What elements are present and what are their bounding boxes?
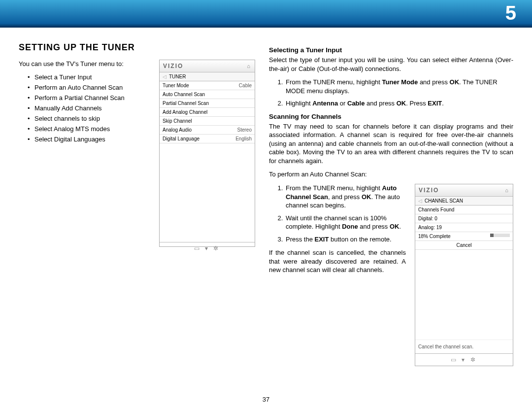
paragraph: The TV may need to scan for channels bef…	[269, 122, 513, 166]
list-item: Select channels to skip	[28, 115, 149, 122]
list-item: Perform a Partial Channel Scan	[28, 94, 149, 102]
list-item: Highlight Antenna or Cable and press OK.…	[285, 99, 513, 108]
tuner-menu-screenshot: VIZIO ⌂ ◁ TUNER Tuner ModeCable Auto Cha…	[159, 60, 255, 247]
row-label: Add Analog Channel	[163, 109, 207, 115]
brand-logo: VIZIO	[163, 63, 183, 69]
right-column: Selecting a Tuner Input Select the type …	[269, 42, 513, 366]
list-item: Manually Add Channels	[28, 104, 149, 112]
subsection-heading: Scanning for Channels	[269, 113, 513, 120]
hint-text: Cancel the channel scan.	[415, 340, 513, 353]
list-item: From the TUNER menu, highlight Tuner Mod…	[285, 78, 513, 95]
row-label: Analog: 19	[418, 225, 442, 230]
row-label: Digital: 0	[418, 216, 437, 221]
row-label: Auto Channel Scan	[163, 92, 205, 97]
list-item: Wait until the channel scan is 100% comp…	[285, 214, 406, 231]
paragraph: To perform an Auto Channel Scan:	[269, 170, 513, 179]
selecting-input-steps: From the TUNER menu, highlight Tuner Mod…	[285, 78, 513, 108]
cancel-row: Cancel	[415, 241, 513, 250]
home-icon: ⌂	[505, 187, 509, 193]
row-value: Stereo	[237, 127, 252, 133]
row-label: Tuner Mode	[163, 83, 189, 88]
page-number: 37	[0, 396, 532, 403]
row-value: Cable	[239, 83, 252, 88]
back-icon: ◁	[163, 74, 166, 79]
list-item: Press the EXIT button on the remote.	[285, 235, 406, 244]
footer-icons: ▭ ▾ ✲	[160, 242, 255, 254]
header-band: 5	[0, 0, 532, 28]
chapter-number: 5	[505, 2, 516, 24]
tuner-bullet-list: Select a Tuner Input Perform an Auto Cha…	[28, 73, 149, 143]
list-item: Select Digital Languages	[28, 136, 149, 143]
row-value: English	[235, 136, 252, 141]
footer-icons: ▭ ▾ ✲	[415, 353, 513, 366]
section-heading: Setting Up the Tuner	[19, 42, 255, 53]
progress-bar	[490, 234, 510, 237]
home-icon: ⌂	[247, 63, 251, 69]
row-label: Channels Found	[418, 207, 454, 212]
menu-title: CHANNEL SCAN	[425, 198, 463, 204]
intro-text: You can use the TV's Tuner menu to:	[19, 60, 149, 68]
row-label: Digital Language	[163, 136, 200, 141]
row-label: Partial Channel Scan	[163, 101, 209, 106]
list-item: From the TUNER menu, highlight Auto Chan…	[285, 184, 406, 210]
row-label: Analog Audio	[163, 127, 192, 133]
brand-logo: VIZIO	[419, 187, 439, 194]
list-item: Perform an Auto Channel Scan	[28, 84, 149, 91]
row-label: Skip Channel	[163, 118, 192, 124]
progress-label: 18% Complete	[418, 234, 451, 239]
paragraph: Select the type of tuner input you will …	[269, 56, 513, 73]
scan-steps: From the TUNER menu, highlight Auto Chan…	[285, 184, 406, 243]
left-column: Setting Up the Tuner You can use the TV'…	[19, 42, 255, 366]
paragraph: If the channel scan is cancelled, the ch…	[269, 248, 406, 274]
subsection-heading: Selecting a Tuner Input	[269, 46, 513, 54]
page-body: Setting Up the Tuner You can use the TV'…	[0, 28, 532, 366]
channel-scan-screenshot: VIZIO ⌂ ◁ CHANNEL SCAN Channels Found Di…	[415, 184, 513, 366]
menu-title: TUNER	[169, 74, 186, 79]
list-item: Select Analog MTS modes	[28, 125, 149, 133]
progress-fill	[490, 234, 494, 237]
list-item: Select a Tuner Input	[28, 73, 149, 81]
back-icon: ◁	[418, 198, 422, 204]
